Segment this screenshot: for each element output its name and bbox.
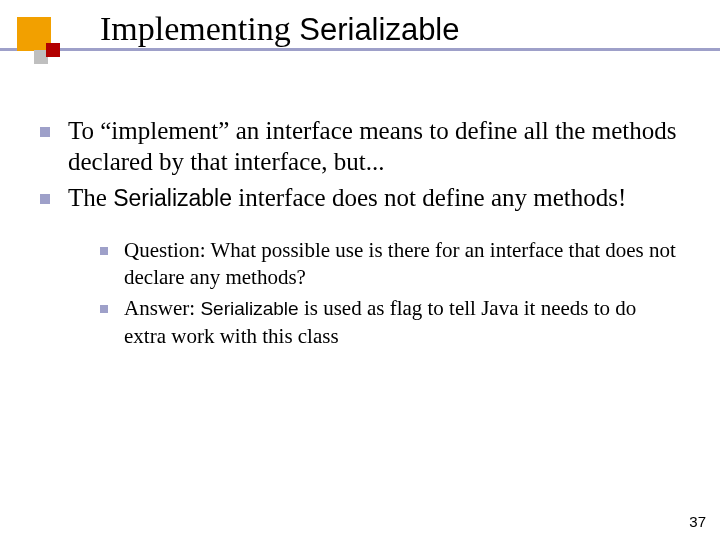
- code-text: Serializable: [113, 185, 232, 211]
- list-item-text: Answer: Serializable is used as flag to …: [124, 295, 680, 350]
- list-item-text: The Serializable interface does not defi…: [68, 182, 626, 213]
- code-text: Serializable: [200, 298, 298, 319]
- list-item: Answer: Serializable is used as flag to …: [100, 295, 680, 350]
- slide-title: Implementing Serializable: [100, 10, 460, 48]
- header-underline: [0, 48, 720, 51]
- square-bullet-icon: [40, 194, 50, 204]
- plain-text: The: [68, 184, 113, 211]
- page-number: 37: [689, 513, 706, 530]
- list-item: The Serializable interface does not defi…: [40, 182, 680, 213]
- slide-title-text: Implementing: [100, 10, 299, 47]
- square-bullet-icon: [100, 247, 108, 255]
- plain-text: Question: What possible use is there for…: [124, 238, 676, 289]
- plain-text: interface does not define any methods!: [232, 184, 626, 211]
- list-item-text: Question: What possible use is there for…: [124, 237, 680, 292]
- square-bullet-icon: [40, 127, 50, 137]
- slide-header: Implementing Serializable: [0, 0, 720, 78]
- list-item-text: To “implement” an interface means to def…: [68, 115, 680, 178]
- plain-text: Answer:: [124, 296, 200, 320]
- list-item: To “implement” an interface means to def…: [40, 115, 680, 178]
- square-bullet-icon: [100, 305, 108, 313]
- list-item: Question: What possible use is there for…: [100, 237, 680, 292]
- slide-body: To “implement” an interface means to def…: [40, 115, 680, 354]
- slide-title-code: Serializable: [299, 12, 459, 47]
- decor-red-square: [46, 43, 60, 57]
- plain-text: To “implement” an interface means to def…: [68, 117, 676, 175]
